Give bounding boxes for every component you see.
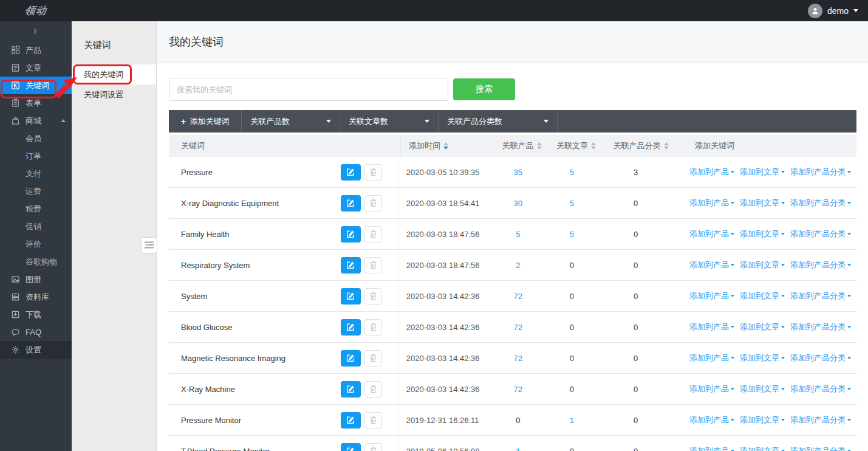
add-keyword-button[interactable]: + 添加关键词	[169, 110, 242, 133]
delete-button[interactable]	[364, 164, 382, 181]
add-link[interactable]: 添加到产品	[689, 353, 734, 363]
edit-button[interactable]	[341, 412, 361, 429]
edit-button[interactable]	[341, 195, 361, 212]
sidebar-subitem[interactable]: 订单	[0, 147, 72, 165]
edit-button[interactable]	[341, 257, 361, 274]
delete-button[interactable]	[364, 319, 382, 336]
sort-icon[interactable]	[591, 142, 596, 150]
add-link[interactable]: 添加到产品	[689, 384, 734, 394]
add-link[interactable]: 添加到产品	[689, 198, 734, 208]
related-products-count[interactable]: 1	[493, 436, 543, 451]
sidebar-subitem[interactable]: 会员	[0, 129, 72, 147]
sort-icon[interactable]	[664, 142, 669, 150]
related-products-count[interactable]: 72	[493, 312, 543, 342]
add-link[interactable]: 添加到文章	[740, 353, 785, 363]
sidebar-subitem[interactable]: 税费	[0, 200, 72, 218]
sidebar-subitem[interactable]: 谷歌购物	[0, 253, 72, 270]
sort-icon[interactable]	[537, 142, 542, 150]
sidebar-collapse-handle[interactable]: ‖	[0, 21, 72, 41]
add-link[interactable]: 添加到产品分类	[790, 167, 851, 177]
sidebar-item-mall[interactable]: 商城	[0, 112, 72, 129]
add-link[interactable]: 添加到产品分类	[790, 353, 851, 363]
sort-icon[interactable]	[443, 142, 448, 150]
column-header[interactable]: 关联产品	[496, 140, 547, 151]
add-link[interactable]: 添加到文章	[740, 291, 785, 301]
related-products-count[interactable]: 72	[493, 281, 543, 311]
related-articles-count[interactable]: 5	[543, 157, 600, 187]
related-articles-count[interactable]: 1	[543, 405, 600, 435]
panel-collapse-button[interactable]	[141, 237, 157, 253]
delete-button[interactable]	[364, 350, 382, 367]
add-link[interactable]: 添加到文章	[740, 198, 785, 208]
sidebar-item-library[interactable]: 资料库	[0, 288, 72, 306]
related-products-count[interactable]: 72	[493, 374, 543, 404]
edit-button[interactable]	[341, 350, 361, 367]
edit-button[interactable]	[341, 381, 361, 398]
add-link[interactable]: 添加到产品分类	[790, 260, 851, 270]
add-link[interactable]: 添加到产品分类	[790, 291, 851, 301]
add-link[interactable]: 添加到文章	[740, 229, 785, 239]
edit-button[interactable]	[341, 164, 361, 181]
sidebar-item-articles[interactable]: 文章	[0, 59, 72, 77]
column-header[interactable]: 关联文章	[547, 140, 605, 151]
sidebar-item-faq[interactable]: FAQ	[0, 323, 72, 341]
add-link[interactable]: 添加到产品	[689, 415, 734, 425]
edit-button[interactable]	[341, 226, 361, 243]
delete-button[interactable]	[364, 443, 382, 451]
add-link[interactable]: 添加到产品分类	[790, 384, 851, 394]
delete-button[interactable]	[364, 257, 382, 274]
sidebar-subitem[interactable]: 促销	[0, 218, 72, 235]
subnav-item-keyword-settings[interactable]: 关键词设置	[72, 84, 156, 105]
add-link[interactable]: 添加到产品分类	[790, 229, 851, 239]
sidebar-subitem[interactable]: 运费	[0, 182, 72, 200]
add-link[interactable]: 添加到产品分类	[790, 446, 851, 451]
add-link[interactable]: 添加到产品	[689, 291, 734, 301]
related-articles-count-dropdown[interactable]: 关联文章数	[340, 110, 439, 133]
add-link[interactable]: 添加到产品	[689, 260, 734, 270]
related-products-count[interactable]: 5	[493, 219, 543, 249]
related-products-count[interactable]: 2	[493, 250, 543, 280]
delete-button[interactable]	[364, 195, 382, 212]
edit-button[interactable]	[341, 288, 361, 305]
column-header[interactable]: 添加时间	[401, 140, 496, 151]
sidebar-item-settings[interactable]: 设置	[0, 341, 72, 359]
add-link[interactable]: 添加到文章	[740, 167, 785, 177]
add-link[interactable]: 添加到文章	[740, 446, 785, 451]
subnav-item-my-keywords[interactable]: 我的关键词	[72, 64, 156, 84]
delete-button[interactable]	[364, 381, 382, 398]
related-products-count-dropdown[interactable]: 关联产品数	[242, 110, 340, 133]
related-products-count[interactable]: 35	[493, 157, 543, 187]
add-link[interactable]: 添加到产品	[689, 446, 734, 451]
search-input[interactable]	[169, 78, 448, 101]
sidebar-item-gallery[interactable]: 图册	[0, 270, 72, 288]
column-header[interactable]: 关联产品分类	[605, 140, 677, 151]
sidebar-item-products[interactable]: 产品	[0, 41, 72, 59]
add-link[interactable]: 添加到产品分类	[790, 322, 851, 332]
add-link[interactable]: 添加到产品分类	[790, 198, 851, 208]
add-link[interactable]: 添加到产品	[689, 167, 734, 177]
sidebar-item-keywords[interactable]: 关键词	[0, 77, 72, 94]
add-link[interactable]: 添加到产品分类	[790, 415, 851, 425]
delete-button[interactable]	[364, 226, 382, 243]
add-link[interactable]: 添加到文章	[740, 322, 785, 332]
delete-button[interactable]	[364, 288, 382, 305]
add-link[interactable]: 添加到产品	[689, 229, 734, 239]
add-link[interactable]: 添加到文章	[740, 384, 785, 394]
related-categories-count-dropdown[interactable]: 关联产品分类数	[439, 110, 558, 133]
sidebar-item-download[interactable]: 下载	[0, 306, 72, 323]
sidebar-subitem[interactable]: 评价	[0, 235, 72, 253]
delete-button[interactable]	[364, 412, 382, 429]
user-menu[interactable]: demo	[808, 4, 868, 18]
edit-button[interactable]	[341, 319, 361, 336]
add-link[interactable]: 添加到产品	[689, 322, 734, 332]
related-products-count[interactable]: 30	[493, 188, 543, 218]
app-logo[interactable]: 领动	[0, 4, 73, 18]
sidebar-item-forms[interactable]: 表单	[0, 94, 72, 112]
sidebar-subitem[interactable]: 支付	[0, 165, 72, 182]
edit-button[interactable]	[341, 443, 361, 451]
add-link[interactable]: 添加到文章	[740, 260, 785, 270]
related-products-count[interactable]: 72	[493, 343, 543, 373]
related-articles-count[interactable]: 5	[543, 219, 600, 249]
search-button[interactable]: 搜索	[453, 78, 515, 100]
related-articles-count[interactable]: 5	[543, 188, 600, 218]
